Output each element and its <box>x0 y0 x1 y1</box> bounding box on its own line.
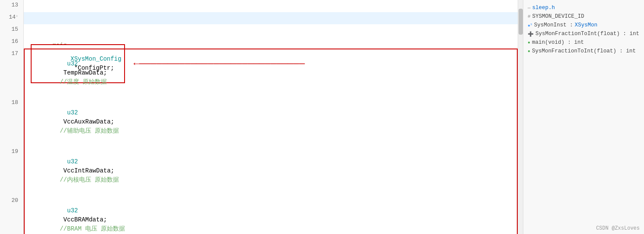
code-block-boxed: 17 u32 TempRawData; //温度 原始数据 18 u32 Vcc… <box>0 49 518 234</box>
sidebar-text-main: main(void) : int <box>532 39 584 46</box>
code-line-17: 17 u32 TempRawData; //温度 原始数据 <box>0 49 518 98</box>
line-content: u32 VccAuxRawData; //辅助电压 原始数据 <box>24 98 518 146</box>
outline-sidebar: — sleep.h # SYSMON_DEVICE_ID ●s SysMonIn… <box>523 0 644 234</box>
sidebar-item-main: ● main(void) : int <box>523 38 644 47</box>
line-number: 20 <box>0 195 24 234</box>
sidebar-item-sysmon-id: # SYSMON_DEVICE_ID <box>523 12 644 21</box>
line-content <box>24 0 518 12</box>
sidebar-item-sleep: — sleep.h <box>523 3 644 12</box>
sidebar-item-fraction1: ➕ SysMonFractionToInt(float) : int <box>523 29 644 38</box>
line-content <box>24 36 518 49</box>
var-icon: ●s <box>528 22 532 28</box>
line-content: int main ( void ){ <box>24 12 518 24</box>
line-content: u32 VccBRAMdata; //BRAM 电压 原始数据 <box>24 195 518 234</box>
hash-icon: # <box>528 14 531 19</box>
code-line-18: 18 u32 VccAuxRawData; //辅助电压 原始数据 <box>0 98 518 146</box>
sidebar-item-fraction2: ● SysMonFractionToInt(float) : int <box>523 47 644 55</box>
sidebar-text-fraction2: SysMonFractionToInt(float) : int <box>532 48 636 54</box>
csdn-label: CSDN @ZxsLoves <box>596 225 640 231</box>
sidebar-link-sleep[interactable]: sleep.h <box>532 5 555 11</box>
sidebar-item-sysmon-inst: ●s SysMonInst : XSysMon <box>523 21 644 29</box>
code-editor: 13 14° int main ( void ){ 15 XSysMon_Con… <box>0 0 518 234</box>
code-line-20: 20 u32 VccBRAMdata; //BRAM 电压 原始数据 <box>0 195 518 234</box>
code-line-19: 19 u32 VccIntRawData; //内核电压 原始数据 <box>0 146 518 195</box>
code-line-16: 16 <box>0 36 518 49</box>
line-number: 13 <box>0 0 24 12</box>
vertical-scrollbar[interactable] <box>518 0 523 234</box>
code-line-15: 15 XSysMon_Config *ConfigPtr; ←—————————… <box>0 24 518 36</box>
func-icon: ➕ <box>528 31 534 37</box>
line-content: XSysMon_Config *ConfigPtr; ←————————————… <box>24 24 518 36</box>
line-number: 15 <box>0 24 24 36</box>
line-content: u32 TempRawData; //温度 原始数据 <box>24 49 518 98</box>
sidebar-text-fraction1: SysMonFractionToInt(float) : int <box>535 31 639 37</box>
code-line-13: 13 <box>0 0 518 12</box>
scrollbar-thumb[interactable] <box>519 9 523 35</box>
line-number: 16 <box>0 36 24 49</box>
sidebar-text-sysmon-id: SYSMON_DEVICE_ID <box>532 13 584 20</box>
line-number: 19 <box>0 146 24 195</box>
line-number: 14° <box>0 12 24 24</box>
link-icon: — <box>528 5 531 10</box>
line-number: 17 <box>0 49 24 98</box>
main-func-icon: ● <box>528 40 530 45</box>
sidebar-text-sysmon-inst: SysMonInst : <box>534 22 573 28</box>
line-content: u32 VccIntRawData; //内核电压 原始数据 <box>24 146 518 195</box>
sidebar-link-xsysmon[interactable]: XSysMon <box>575 22 598 28</box>
code-line-14: 14° int main ( void ){ <box>0 12 518 24</box>
func2-icon: ● <box>528 49 530 54</box>
line-number: 18 <box>0 98 24 146</box>
